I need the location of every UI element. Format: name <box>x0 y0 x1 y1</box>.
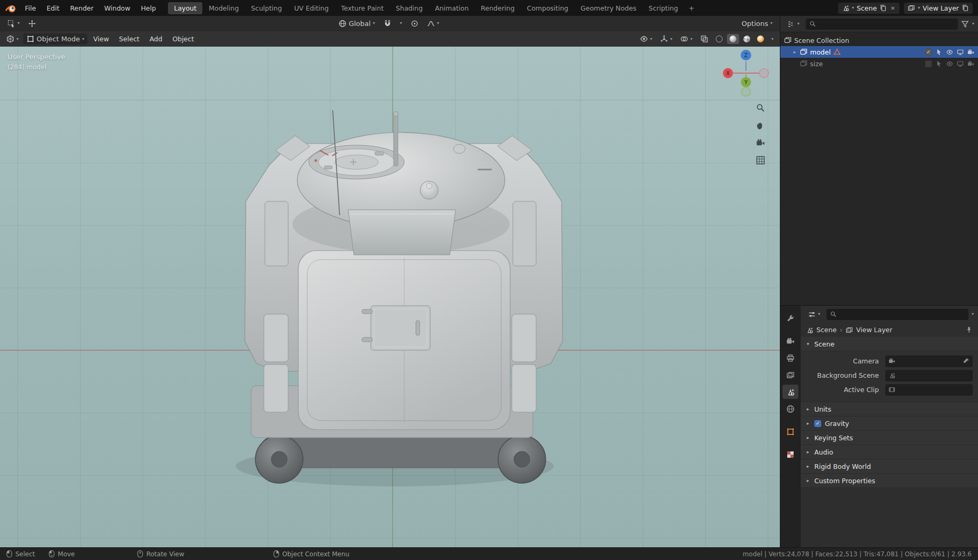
workspace-tab-geometry-nodes[interactable]: Geometry Nodes <box>575 2 642 14</box>
hide-eye-icon[interactable] <box>946 49 953 56</box>
tab-output[interactable] <box>783 351 798 365</box>
workspace-tab-compositing[interactable]: Compositing <box>521 2 574 14</box>
snap-settings-dropdown[interactable]: ▾ <box>397 20 405 27</box>
workspace-tab-sculpting[interactable]: Sculpting <box>245 2 288 14</box>
move-tool-button[interactable] <box>25 18 39 29</box>
panel-audio[interactable]: ▸ Audio <box>801 445 978 459</box>
disable-viewport-icon[interactable] <box>957 49 964 56</box>
unlink-scene-icon[interactable]: ✕ <box>890 5 896 11</box>
exclude-checkbox[interactable] <box>925 60 932 67</box>
camera-view-button[interactable] <box>754 137 767 149</box>
disable-viewport-icon[interactable] <box>957 60 964 67</box>
outliner-editor-dropdown[interactable]: ▾ <box>784 19 803 30</box>
camera-field[interactable] <box>885 355 973 367</box>
tab-render[interactable] <box>783 334 798 348</box>
viewport-canvas[interactable]: User Perspective (284) model Z X Y <box>0 47 780 547</box>
menu-render[interactable]: Render <box>65 3 99 14</box>
active-clip-field[interactable] <box>885 384 973 396</box>
snap-toggle[interactable] <box>380 18 395 29</box>
tab-scene[interactable] <box>783 385 798 399</box>
outliner-row-model[interactable]: ▸ model ✓ <box>780 46 978 58</box>
menu-file[interactable]: File <box>20 3 41 14</box>
properties-search[interactable] <box>826 309 968 320</box>
panel-units[interactable]: ▸ Units <box>801 402 978 416</box>
properties-search-input[interactable] <box>839 310 965 318</box>
properties-editor-dropdown[interactable]: ▾ <box>805 309 823 320</box>
workspace-tab-layout[interactable]: Layout <box>168 2 202 14</box>
panel-gravity[interactable]: ▸ ✓ Gravity <box>801 416 978 431</box>
workspace-tab-modeling[interactable]: Modeling <box>203 2 245 14</box>
shading-material-button[interactable] <box>741 34 753 44</box>
view-layer-selector[interactable]: ▾ View Layer <box>904 3 973 14</box>
gizmo-y-negative-axis[interactable] <box>742 87 751 96</box>
workspace-tab-shading[interactable]: Shading <box>390 2 429 14</box>
blender-logo[interactable] <box>5 3 16 14</box>
disable-render-icon[interactable] <box>967 49 974 56</box>
tab-tool[interactable] <box>783 311 798 325</box>
background-scene-field[interactable] <box>885 370 973 381</box>
active-tool-button[interactable]: ▾ <box>4 18 23 29</box>
chevron-down-icon[interactable]: ▾ <box>972 22 974 26</box>
outliner-search-input[interactable] <box>819 20 954 28</box>
menu-help[interactable]: Help <box>136 3 161 14</box>
menu-select[interactable]: Select <box>115 33 144 45</box>
pin-icon[interactable] <box>965 326 973 334</box>
panel-scene-header[interactable]: ▾ Scene <box>801 337 978 351</box>
workspace-tab-scripting[interactable]: Scripting <box>643 2 684 14</box>
tab-texture[interactable] <box>783 447 798 461</box>
mode-dropdown[interactable]: Object Mode ▾ <box>23 33 87 45</box>
workspace-tab-animation[interactable]: Animation <box>429 2 475 14</box>
zoom-button[interactable] <box>754 102 767 114</box>
gizmos-dropdown[interactable]: ▾ <box>657 33 675 45</box>
add-workspace-button[interactable]: + <box>684 3 699 13</box>
shading-wireframe-button[interactable] <box>713 34 725 44</box>
object-type-visibility-dropdown[interactable]: ▾ <box>637 33 655 45</box>
panel-rigid-body-world[interactable]: ▸ Rigid Body World <box>801 459 978 474</box>
workspace-tab-uv-editing[interactable]: UV Editing <box>288 2 334 14</box>
eyedropper-icon[interactable] <box>963 358 970 365</box>
navigation-gizmo[interactable]: Z X Y <box>721 48 771 99</box>
tab-object[interactable] <box>783 424 798 439</box>
selectable-icon[interactable] <box>936 49 943 56</box>
options-dropdown[interactable]: Options ▾ <box>739 18 776 29</box>
outliner-row-scene-collection[interactable]: Scene Collection <box>780 34 978 46</box>
breadcrumb-view-layer[interactable]: View Layer <box>856 326 893 334</box>
tab-world[interactable] <box>783 402 798 416</box>
hide-eye-icon[interactable] <box>946 60 953 67</box>
chevron-down-icon[interactable]: ▾ <box>972 312 974 316</box>
scene-selector[interactable]: ▾ Scene ✕ <box>838 3 900 14</box>
new-scene-icon[interactable] <box>879 4 887 12</box>
menu-window[interactable]: Window <box>100 3 135 14</box>
panel-keying-sets[interactable]: ▸ Keying Sets <box>801 431 978 445</box>
editor-type-dropdown[interactable]: ▾ <box>3 33 22 45</box>
shading-rendered-button[interactable] <box>754 34 767 44</box>
panel-custom-properties[interactable]: ▸ Custom Properties <box>801 474 978 488</box>
proportional-falloff-dropdown[interactable]: ▾ <box>424 18 442 29</box>
pan-button[interactable] <box>754 119 767 131</box>
menu-object[interactable]: Object <box>168 33 198 45</box>
gravity-checkbox[interactable]: ✓ <box>814 420 821 427</box>
menu-add[interactable]: Add <box>145 33 166 45</box>
exclude-checkbox[interactable]: ✓ <box>925 49 932 56</box>
shading-settings-dropdown[interactable]: ▾ <box>768 35 777 43</box>
gizmo-x-negative-axis[interactable] <box>760 69 769 78</box>
new-view-layer-icon[interactable] <box>962 4 969 12</box>
workspace-tab-texture-paint[interactable]: Texture Paint <box>335 2 389 14</box>
menu-view[interactable]: View <box>89 33 113 45</box>
transform-orientation-dropdown[interactable]: Global ▾ <box>335 18 378 29</box>
breadcrumb-scene[interactable]: Scene <box>816 326 837 334</box>
selectable-icon[interactable] <box>936 60 943 67</box>
proportional-editing-toggle[interactable] <box>407 18 422 29</box>
orthographic-toggle-button[interactable] <box>754 154 767 166</box>
outliner-search[interactable] <box>806 19 958 30</box>
outliner-row-size[interactable]: size <box>780 58 978 69</box>
workspace-tab-rendering[interactable]: Rendering <box>475 2 521 14</box>
disable-render-icon[interactable] <box>967 60 974 67</box>
xray-toggle[interactable] <box>697 33 712 45</box>
menu-edit[interactable]: Edit <box>42 3 64 14</box>
tab-view-layer[interactable] <box>783 368 798 382</box>
overlays-dropdown[interactable]: ▾ <box>677 33 696 45</box>
expand-arrow-icon[interactable]: ▸ <box>792 49 797 55</box>
filter-funnel-icon[interactable] <box>961 20 969 28</box>
shading-solid-button[interactable] <box>727 34 739 44</box>
